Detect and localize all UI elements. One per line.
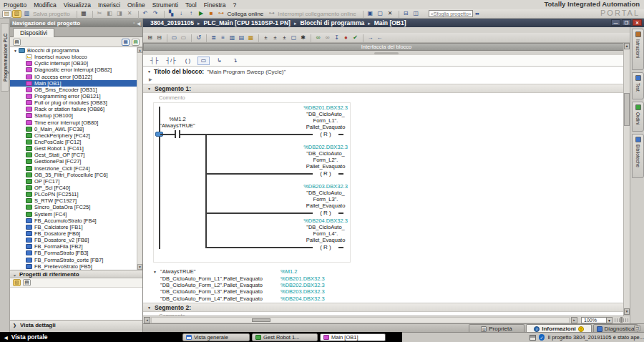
- breadcrumb-item[interactable]: PLC_Main [CPU 1510SP-1 PN]: [194, 19, 291, 26]
- zoom-slider-thumb[interactable]: [620, 317, 623, 323]
- close-reference-icon[interactable]: ▤: [23, 279, 31, 286]
- tree-item[interactable]: FB_Dosatore [FB6]: [10, 230, 137, 237]
- block-interface-splitter[interactable]: Interfaccia del blocco: [143, 43, 630, 51]
- symbol-row[interactable]: "DB_CicloAuto_Form_L3".Pallet_Evaquato %…: [143, 288, 623, 295]
- tree-item[interactable]: System [FC4]: [10, 211, 137, 218]
- monitor-pause-icon[interactable]: ∞: [323, 34, 332, 41]
- tree-item[interactable]: Blocchi di programma: [10, 47, 137, 54]
- contact-address[interactable]: %M1.2: [156, 116, 199, 122]
- copy-icon[interactable]: ◧: [105, 10, 114, 18]
- start-simulation-icon[interactable]: ▢: [376, 10, 385, 18]
- menu-item[interactable]: Finestra: [204, 1, 226, 9]
- tree-item[interactable]: Pull or plug of modules [OB83]: [10, 99, 137, 106]
- collapse-icon[interactable]: ▼: [147, 87, 151, 91]
- tree-item[interactable]: Diagnostic error interrupt [OB82]: [10, 67, 137, 73]
- paste-icon[interactable]: ◨: [115, 10, 125, 18]
- reset-start-values-icon[interactable]: ↺: [194, 34, 203, 41]
- reset-coil[interactable]: ( R ): [313, 170, 338, 177]
- tree-item[interactable]: PLCoPN [FC2511]: [10, 191, 137, 197]
- tree-item[interactable]: Inserisci nuovo blocco: [10, 54, 137, 60]
- reset-coil[interactable]: ( R ): [313, 130, 338, 138]
- tree-item[interactable]: FB_FormaStrato_corte [FB7]: [10, 257, 137, 263]
- segment1-comment[interactable]: Commento: [159, 94, 185, 101]
- tab-dispositivi[interactable]: Dispositivi: [13, 28, 54, 37]
- reset-coil[interactable]: ( R ): [313, 243, 338, 251]
- taskbar-button[interactable]: Main [OB1]: [320, 333, 386, 341]
- cut-icon[interactable]: ✂: [95, 10, 104, 18]
- right-rail-tab[interactable]: Ordini: [632, 102, 644, 132]
- delete-network-icon[interactable]: ⊟: [155, 34, 164, 41]
- contact-name[interactable]: "AlwaysTRUE": [156, 122, 199, 129]
- ladder-canvas[interactable]: %M1.2 "AlwaysTRUE" %DB201.DBX32.3 "DB_Ci…: [143, 102, 623, 267]
- insert-row-icon[interactable]: ▭: [170, 34, 179, 41]
- vscroll-thumb[interactable]: [624, 93, 630, 126]
- menu-item[interactable]: Modifica: [34, 1, 57, 9]
- block-title-value[interactable]: "Main Program Sweep (Cycle)": [207, 69, 286, 75]
- menu-item[interactable]: Inserisci: [98, 1, 120, 9]
- coil-operand[interactable]: %DB203.DBX32.3 "DB_CicloAuto_Form_L3".Pa…: [288, 183, 363, 209]
- monitor-on-icon[interactable]: ∞: [313, 34, 323, 41]
- tree-scrollbar[interactable]: ▲ ▼: [137, 47, 142, 270]
- portal-view-button[interactable]: ◀ Vista portale: [4, 333, 48, 341]
- symbol-row[interactable]: "DB_CicloAuto_Form_L4".Pallet_Evaquato %…: [143, 295, 623, 302]
- breadcrumb-item[interactable]: Main [OB1]: [364, 19, 406, 26]
- tree-item[interactable]: Cyclic interrupt [OB30]: [10, 60, 137, 67]
- binoculars-icon[interactable]: ●●: [475, 11, 479, 16]
- open-project-icon[interactable]: ▧: [12, 10, 21, 18]
- menu-item[interactable]: Visualizza: [64, 1, 91, 9]
- go-online-icon[interactable]: ⊶: [217, 10, 226, 18]
- coil-operand[interactable]: %DB202.DBX32.3 "DB_CicloAuto_Form_L2".Pa…: [288, 144, 363, 170]
- right-rail-tab[interactable]: Test: [632, 72, 644, 99]
- split-horizontal-icon[interactable]: ⊟: [401, 10, 411, 18]
- segment2-header[interactable]: ▼ Segmento 2:: [143, 303, 623, 312]
- panel-collapse-icon[interactable]: ◀: [137, 21, 140, 26]
- collapse-icon[interactable]: ▼: [147, 306, 151, 310]
- accessible-devices-icon[interactable]: ▣: [366, 10, 375, 18]
- delete-icon[interactable]: ✕: [125, 10, 135, 18]
- tree-item[interactable]: Inserzione_Cicli [FC24]: [10, 165, 137, 172]
- call-environment-icon[interactable]: ↧: [332, 34, 341, 41]
- add-network-icon[interactable]: ⊞: [145, 34, 155, 41]
- tree-item[interactable]: CheckPeriphery [FC42]: [10, 132, 137, 139]
- block-title-row[interactable]: ▼ Titolo del blocco: "Main Program Sweep…: [147, 68, 286, 75]
- menu-item[interactable]: Online: [127, 1, 145, 9]
- tree-item[interactable]: FB_FormaStrato [FB3]: [10, 250, 137, 256]
- tree-item[interactable]: FB_AccumuloStrato [FB4]: [10, 218, 137, 224]
- delete-row-icon[interactable]: ▭: [179, 34, 188, 41]
- open-reference-icon[interactable]: ▧: [13, 279, 21, 286]
- close-icon[interactable]: ✕: [633, 19, 642, 26]
- scroll-down-icon[interactable]: ▼: [137, 264, 142, 270]
- snap-icon[interactable]: ▢: [289, 34, 298, 41]
- breadcrumb-item[interactable]: Blocchi di programma: [291, 19, 364, 26]
- symbol-row[interactable]: ▼ "AlwaysTRUE" %M1.2: [143, 268, 623, 275]
- tree-item[interactable]: FB_FormaFila [FB2]: [10, 243, 137, 250]
- sort-view-icon[interactable]: ▦: [122, 39, 130, 46]
- tree-item[interactable]: FB_Calciatore [FB1]: [10, 224, 137, 230]
- menu-item[interactable]: Progetto: [4, 1, 26, 9]
- favorite-empty-box-icon[interactable]: ▭: [197, 57, 210, 65]
- tree-item[interactable]: Time error interrupt [OB80]: [10, 119, 137, 126]
- menu-item[interactable]: Tool: [185, 1, 197, 9]
- address-info-icon[interactable]: ±: [280, 34, 289, 41]
- chevron-down-icon[interactable]: ▼: [606, 318, 612, 323]
- undo-icon[interactable]: ↶: [141, 10, 150, 18]
- redo-icon[interactable]: ↷: [151, 10, 160, 18]
- hscroll-track[interactable]: [151, 317, 570, 323]
- scroll-right-icon[interactable]: ▸: [571, 317, 577, 323]
- tree-item[interactable]: FB_Dosatore_v2 [FB8]: [10, 237, 137, 243]
- menu-item[interactable]: ?: [233, 1, 236, 9]
- tree-item[interactable]: Gest_Stati_OP [FC7]: [10, 152, 137, 158]
- panel-restore-icon[interactable]: ❐: [634, 326, 640, 331]
- favorite-open-branch-icon[interactable]: ↳: [213, 57, 225, 65]
- goto-next-icon[interactable]: →: [366, 34, 375, 41]
- page-icon[interactable]: ▤: [13, 39, 21, 46]
- operand-info-icon[interactable]: ±: [261, 34, 270, 41]
- scroll-down-icon[interactable]: ▼: [624, 308, 630, 315]
- tree-item[interactable]: OP_Scl [FC40]: [10, 185, 137, 191]
- expand-networks-icon[interactable]: ≣: [209, 34, 218, 41]
- add-block-icon[interactable]: ▤: [132, 39, 140, 46]
- right-rail-tab[interactable]: Istruzioni: [632, 29, 644, 70]
- start-cpu-icon[interactable]: ▶: [197, 10, 206, 18]
- compile-icon[interactable]: ▚: [167, 10, 176, 18]
- tree-item[interactable]: S_RTW [FC1927]: [10, 197, 137, 204]
